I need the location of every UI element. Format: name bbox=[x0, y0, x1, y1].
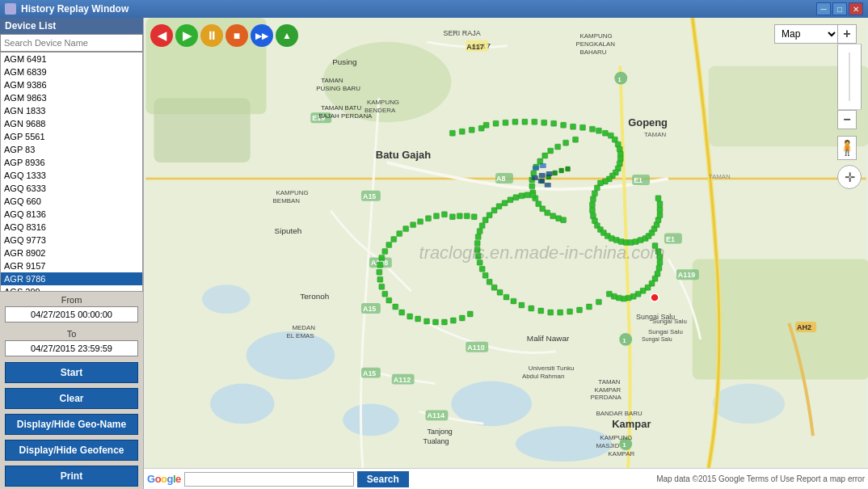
zoom-out-button[interactable]: − bbox=[837, 110, 857, 129]
svg-rect-9 bbox=[154, 98, 250, 162]
map-area[interactable]: A117 A117 A8 A108 A15 A15 A15 A110 A112 bbox=[144, 18, 868, 489]
svg-rect-117 bbox=[592, 191, 597, 196]
svg-text:1: 1 bbox=[617, 76, 622, 83]
stop-button[interactable]: ■ bbox=[225, 24, 248, 47]
maximize-button[interactable]: □ bbox=[832, 2, 847, 15]
device-item[interactable]: AGQ 8136 bbox=[1, 208, 142, 221]
svg-text:KAMPAR: KAMPAR bbox=[594, 386, 621, 394]
svg-rect-99 bbox=[580, 124, 586, 130]
svg-rect-214 bbox=[450, 318, 456, 323]
svg-text:KAMPUNG: KAMPUNG bbox=[580, 32, 613, 40]
compass-button[interactable]: ✛ bbox=[837, 165, 862, 189]
map-type-dropdown[interactable]: Map Satellite Hybrid Terrain bbox=[774, 24, 839, 44]
device-item[interactable]: AGP 8936 bbox=[1, 156, 142, 169]
end-button[interactable]: ▲ bbox=[276, 24, 298, 47]
google-search-button[interactable]: Search bbox=[357, 471, 409, 487]
svg-rect-226 bbox=[377, 269, 382, 275]
rewind-button[interactable]: ◀ bbox=[150, 24, 173, 47]
device-item[interactable]: AGM 6839 bbox=[1, 65, 142, 78]
svg-rect-251 bbox=[471, 214, 477, 220]
svg-rect-235 bbox=[418, 219, 423, 225]
svg-rect-148 bbox=[542, 153, 548, 158]
device-listbox: AGM 6491AGM 6839AGM 9386AGM 9863AGN 1833… bbox=[0, 52, 143, 292]
display-hide-geofence-button[interactable]: Display/Hide Geofence bbox=[5, 440, 138, 461]
svg-text:A110: A110 bbox=[467, 344, 484, 352]
svg-rect-194 bbox=[479, 266, 485, 272]
zoom-in-button[interactable]: + bbox=[837, 24, 857, 44]
svg-text:PUSING BARU: PUSING BARU bbox=[316, 85, 360, 92]
device-item[interactable]: AGQ 1333 bbox=[1, 169, 142, 182]
svg-text:PERDANA: PERDANA bbox=[590, 394, 622, 401]
svg-rect-182 bbox=[567, 309, 573, 314]
svg-text:BEMBAN: BEMBAN bbox=[273, 197, 301, 204]
device-item[interactable]: AGP 83 bbox=[1, 143, 142, 156]
playback-controls: ◀ ▶ ⏸ ■ ▶▶ ▲ bbox=[150, 24, 298, 47]
close-button[interactable]: ✕ bbox=[849, 2, 863, 15]
google-search-input[interactable] bbox=[184, 472, 354, 487]
device-search-input[interactable] bbox=[0, 34, 143, 52]
window-title: History Replay Window bbox=[21, 3, 129, 15]
svg-rect-144 bbox=[573, 137, 579, 142]
device-item[interactable]: AGR 8902 bbox=[1, 247, 142, 259]
svg-rect-120 bbox=[589, 208, 595, 213]
svg-rect-199 bbox=[475, 234, 481, 240]
svg-text:1: 1 bbox=[622, 337, 626, 344]
app-icon bbox=[5, 3, 16, 15]
fast-forward-button[interactable]: ▶▶ bbox=[251, 24, 273, 47]
svg-text:Abdul Rahman: Abdul Rahman bbox=[522, 373, 565, 380]
device-item[interactable]: AGQ 8316 bbox=[1, 221, 142, 234]
svg-rect-190 bbox=[497, 289, 503, 295]
device-item[interactable]: AGQ 9773 bbox=[1, 234, 142, 247]
device-item[interactable]: AGN 9688 bbox=[1, 117, 142, 130]
device-item[interactable]: AGR 9786 bbox=[1, 272, 142, 285]
svg-rect-183 bbox=[558, 310, 563, 315]
to-datetime-input[interactable] bbox=[5, 340, 138, 356]
device-item[interactable]: AGP 5561 bbox=[1, 130, 142, 143]
pause-button[interactable]: ⏸ bbox=[200, 24, 223, 47]
from-datetime-input[interactable] bbox=[5, 306, 138, 322]
device-item[interactable]: AGM 9863 bbox=[1, 91, 142, 104]
svg-rect-95 bbox=[541, 120, 547, 125]
svg-rect-94 bbox=[532, 119, 537, 124]
minimize-button[interactable]: ─ bbox=[816, 2, 831, 15]
svg-rect-147 bbox=[548, 148, 554, 154]
device-item[interactable]: AGQ 660 bbox=[1, 195, 142, 208]
street-view-button[interactable]: 🧍 bbox=[837, 136, 857, 160]
device-item[interactable]: AGS 299 bbox=[1, 285, 142, 292]
svg-rect-255 bbox=[546, 171, 553, 176]
device-item[interactable]: AGM 6491 bbox=[1, 53, 142, 65]
svg-rect-91 bbox=[503, 120, 508, 125]
svg-text:Gopeng: Gopeng bbox=[628, 116, 668, 129]
play-button[interactable]: ▶ bbox=[175, 24, 198, 47]
clear-button[interactable]: Clear bbox=[5, 388, 138, 409]
svg-text:TAMAN: TAMAN bbox=[709, 173, 731, 180]
svg-rect-151 bbox=[531, 171, 537, 176]
device-item[interactable]: AGM 9386 bbox=[1, 78, 142, 91]
svg-text:Sungai Salu: Sungai Salu bbox=[648, 328, 683, 335]
svg-rect-248 bbox=[449, 214, 455, 220]
from-section: From bbox=[0, 292, 143, 326]
svg-point-2 bbox=[210, 384, 275, 424]
svg-rect-249 bbox=[457, 213, 462, 219]
svg-text:TAMAN: TAMAN bbox=[321, 77, 343, 84]
svg-rect-220 bbox=[399, 310, 405, 315]
svg-text:Teronoh: Teronoh bbox=[300, 292, 329, 301]
svg-text:Siputeh: Siputeh bbox=[275, 226, 302, 235]
svg-rect-225 bbox=[377, 276, 383, 282]
device-item[interactable]: AGQ 6333 bbox=[1, 182, 142, 195]
svg-rect-141 bbox=[657, 207, 663, 213]
svg-rect-200 bbox=[477, 229, 482, 234]
start-button[interactable]: Start bbox=[5, 362, 138, 383]
svg-rect-250 bbox=[464, 213, 470, 219]
print-button[interactable]: Print bbox=[5, 466, 138, 487]
google-logo: Google bbox=[147, 473, 181, 485]
display-hide-geoname-button[interactable]: Display/Hide Geo-Name bbox=[5, 414, 138, 435]
device-item[interactable]: AGR 9157 bbox=[1, 259, 142, 272]
svg-rect-212 bbox=[467, 311, 473, 317]
svg-rect-143 bbox=[655, 196, 661, 201]
svg-rect-228 bbox=[379, 255, 385, 260]
main-content: Device List AGM 6491AGM 6839AGM 9386AGM … bbox=[0, 18, 868, 489]
svg-text:traclogis.en.made-in-china.com: traclogis.en.made-in-china.com bbox=[419, 242, 665, 263]
svg-text:A114: A114 bbox=[428, 411, 445, 419]
device-item[interactable]: AGN 1833 bbox=[1, 104, 142, 117]
